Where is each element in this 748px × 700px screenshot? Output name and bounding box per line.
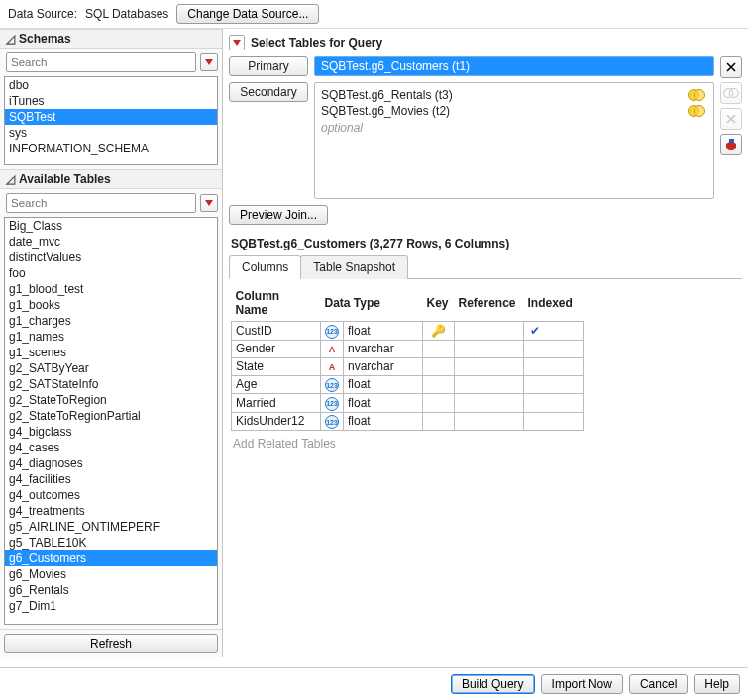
numeric-type-icon: 123	[325, 397, 339, 411]
data-source-value: SQL Databases	[85, 7, 168, 21]
column-row[interactable]: Age123float	[232, 375, 584, 394]
text-type-icon: A	[325, 360, 339, 374]
available-table-item[interactable]: date_mvc	[5, 234, 217, 250]
join-type-icon[interactable]	[686, 104, 707, 118]
column-name: CustID	[232, 322, 321, 341]
available-table-item[interactable]: g4_bigclass	[5, 424, 217, 440]
schema-item[interactable]: iTunes	[5, 93, 217, 109]
column-datatype: float	[344, 412, 423, 431]
available-table-item[interactable]: g1_names	[5, 329, 217, 345]
preview-join-button[interactable]: Preview Join...	[229, 205, 328, 225]
secondary-table-item[interactable]: SQBTest.g6_Movies (t2)	[321, 103, 707, 119]
available-table-item[interactable]: g4_treatments	[5, 503, 217, 519]
column-row[interactable]: StateAnvarchar	[232, 357, 584, 375]
schemas-header[interactable]: ◿ Schemas	[0, 29, 222, 49]
auto-join-button[interactable]	[720, 134, 742, 155]
svg-marker-2	[233, 40, 241, 46]
column-name: State	[232, 357, 321, 375]
col-header-datatype: Data Type	[321, 287, 423, 322]
col-header-indexed: Indexed	[524, 287, 584, 322]
indexed-icon: ✔	[530, 324, 540, 338]
available-table-item[interactable]: g7_Dim1	[5, 598, 217, 614]
svg-marker-14	[729, 139, 734, 143]
schemas-search-dropdown[interactable]	[200, 53, 218, 71]
schema-item[interactable]: dbo	[5, 77, 217, 93]
cancel-button[interactable]: Cancel	[629, 674, 688, 694]
primary-table-field[interactable]: SQBTest.g6_Customers (t1)	[314, 56, 714, 76]
available-table-item[interactable]: g4_diagnoses	[5, 455, 217, 471]
available-table-item[interactable]: Big_Class	[5, 218, 217, 234]
available-table-item[interactable]: g4_outcomes	[5, 487, 217, 503]
tables-search-input[interactable]	[6, 193, 196, 213]
tab-table-snapshot[interactable]: Table Snapshot	[300, 255, 408, 279]
column-row[interactable]: GenderAnvarchar	[232, 340, 584, 357]
column-reference	[455, 412, 524, 431]
available-table-item[interactable]: g6_Customers	[5, 550, 217, 566]
secondary-role-button[interactable]: Secondary	[229, 82, 308, 102]
col-header-name: Column Name	[232, 287, 321, 322]
column-datatype: nvarchar	[344, 340, 423, 357]
text-type-icon: A	[325, 343, 339, 356]
import-now-button[interactable]: Import Now	[541, 674, 623, 694]
column-row[interactable]: KidsUnder12123float	[232, 412, 584, 431]
data-source-label: Data Source:	[8, 7, 77, 21]
svg-marker-0	[205, 59, 213, 65]
svg-point-10	[729, 89, 738, 98]
available-table-item[interactable]: g1_charges	[5, 313, 217, 329]
available-tables-header[interactable]: ◿ Available Tables	[0, 169, 222, 189]
primary-role-button[interactable]: Primary	[229, 56, 308, 76]
available-table-item[interactable]: g1_scenes	[5, 345, 217, 360]
schemas-list[interactable]: dboiTunesSQBTestsysINFORMATION_SCHEMA	[4, 76, 218, 165]
remove-secondary-button	[720, 108, 742, 130]
select-tables-toggle-icon[interactable]	[229, 35, 245, 50]
column-reference	[455, 394, 524, 413]
tables-search-dropdown[interactable]	[200, 194, 218, 212]
secondary-table-label: SQBTest.g6_Rentals (t3)	[321, 88, 453, 102]
svg-point-6	[695, 90, 705, 101]
available-table-item[interactable]: g2_SATStateInfo	[5, 376, 217, 392]
refresh-button[interactable]: Refresh	[4, 634, 218, 653]
edit-join-button	[720, 82, 742, 104]
available-table-item[interactable]: g2_SATByYear	[5, 360, 217, 376]
available-table-item[interactable]: g5_AIRLINE_ONTIMEPERF	[5, 519, 217, 535]
available-table-item[interactable]: g5_TABLE10K	[5, 535, 217, 550]
available-table-item[interactable]: g4_facilities	[5, 471, 217, 487]
secondary-table-item[interactable]: SQBTest.g6_Rentals (t3)	[321, 87, 707, 103]
available-table-item[interactable]: foo	[5, 265, 217, 281]
secondary-table-label: SQBTest.g6_Movies (t2)	[321, 104, 450, 118]
collapse-icon: ◿	[6, 32, 15, 46]
add-related-tables-link[interactable]: Add Related Tables	[231, 431, 740, 456]
change-data-source-button[interactable]: Change Data Source...	[176, 4, 319, 24]
available-table-item[interactable]: g4_cases	[5, 440, 217, 455]
svg-point-8	[695, 106, 705, 117]
column-row[interactable]: Married123float	[232, 394, 584, 413]
secondary-tables-box[interactable]: SQBTest.g6_Rentals (t3)SQBTest.g6_Movies…	[314, 82, 714, 199]
tab-columns[interactable]: Columns	[229, 255, 301, 279]
available-table-item[interactable]: g6_Rentals	[5, 582, 217, 598]
col-header-key: Key	[423, 287, 455, 322]
secondary-optional-hint: optional	[321, 119, 707, 135]
schema-item[interactable]: SQBTest	[5, 109, 217, 125]
help-button[interactable]: Help	[694, 674, 740, 694]
available-tables-list[interactable]: Big_Classdate_mvcdistinctValuesfoog1_blo…	[4, 217, 218, 625]
table-summary-header: SQBTest.g6_Customers (3,277 Rows, 6 Colu…	[229, 231, 742, 254]
clear-primary-button[interactable]	[720, 56, 742, 78]
available-table-item[interactable]: g1_books	[5, 297, 217, 313]
column-name: KidsUnder12	[232, 412, 321, 431]
column-name: Gender	[232, 340, 321, 357]
svg-marker-1	[205, 200, 213, 206]
available-table-item[interactable]: g2_StateToRegion	[5, 392, 217, 408]
column-row[interactable]: CustID123float🔑✔	[232, 322, 584, 341]
select-tables-title: Select Tables for Query	[251, 36, 382, 50]
schema-item[interactable]: sys	[5, 125, 217, 141]
available-table-item[interactable]: g1_blood_test	[5, 281, 217, 297]
available-table-item[interactable]: g2_StateToRegionPartial	[5, 408, 217, 424]
schemas-search-input[interactable]	[6, 52, 196, 72]
column-datatype: float	[344, 322, 423, 341]
join-type-icon[interactable]	[686, 88, 707, 102]
schema-item[interactable]: INFORMATION_SCHEMA	[5, 141, 217, 156]
build-query-button[interactable]: Build Query	[451, 674, 535, 694]
available-table-item[interactable]: distinctValues	[5, 250, 217, 265]
available-table-item[interactable]: g6_Movies	[5, 566, 217, 582]
column-datatype: float	[344, 375, 423, 394]
